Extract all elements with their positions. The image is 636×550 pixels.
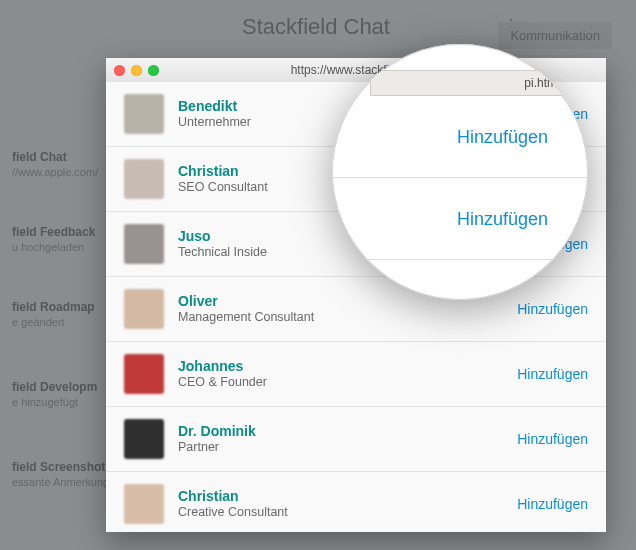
magnifier-lens: pi.htm ⤡ Hinzufügen Hinzufügen	[332, 44, 588, 300]
contact-name[interactable]: Christian	[178, 488, 517, 504]
contact-role: CEO & Founder	[178, 375, 517, 390]
contact-meta: ChristianCreative Consultant	[178, 488, 517, 520]
magnifier-row: Hinzufügen	[332, 98, 588, 178]
avatar	[124, 224, 164, 264]
magnifier-tab: pi.htm ⤡	[370, 70, 568, 96]
page-title: Stackfield Chat	[242, 14, 390, 40]
add-button[interactable]: Hinzufügen	[517, 431, 588, 447]
close-icon[interactable]	[114, 65, 125, 76]
avatar	[124, 484, 164, 524]
contact-role: Management Consultant	[178, 310, 517, 325]
add-button[interactable]: Hinzufügen	[457, 209, 548, 230]
contact-role: Partner	[178, 440, 517, 455]
contact-row: ChristianCreative ConsultantHinzufügen	[106, 472, 606, 532]
contact-meta: JohannesCEO & Founder	[178, 358, 517, 390]
avatar	[124, 289, 164, 329]
add-button[interactable]: Hinzufügen	[457, 127, 548, 148]
avatar	[124, 419, 164, 459]
add-button[interactable]: Hinzufügen	[517, 301, 588, 317]
add-button[interactable]: Hinzufügen	[517, 496, 588, 512]
avatar	[124, 354, 164, 394]
magnifier-row: Hinzufügen	[332, 180, 588, 260]
contact-row: JohannesCEO & FounderHinzufügen	[106, 342, 606, 407]
add-button[interactable]: Hinzufügen	[517, 366, 588, 382]
nav-button-kommunikation[interactable]: Kommunikation	[498, 22, 612, 49]
avatar	[124, 94, 164, 134]
avatar	[124, 159, 164, 199]
contact-name[interactable]: Johannes	[178, 358, 517, 374]
zoom-icon[interactable]	[148, 65, 159, 76]
minimize-icon[interactable]	[131, 65, 142, 76]
contact-row: OliverManagement ConsultantHinzufügen	[106, 277, 606, 342]
contact-meta: Dr. DominikPartner	[178, 423, 517, 455]
contact-name[interactable]: Dr. Dominik	[178, 423, 517, 439]
contact-row: Dr. DominikPartnerHinzufügen	[106, 407, 606, 472]
contact-role: Creative Consultant	[178, 505, 517, 520]
